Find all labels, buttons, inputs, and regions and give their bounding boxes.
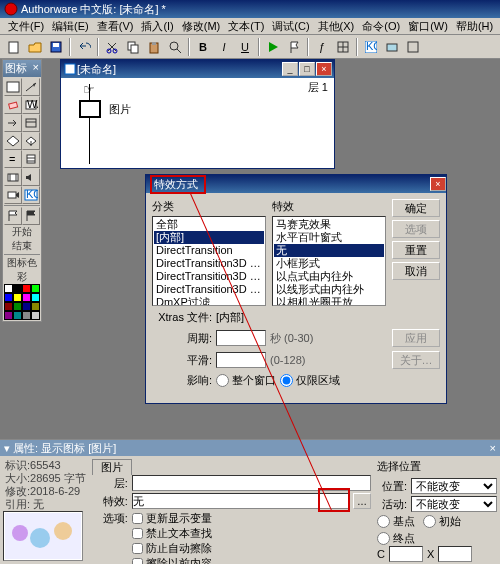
tb-misc2[interactable] [403,37,423,57]
maximize-button[interactable]: □ [299,62,315,76]
wait-icon[interactable]: WAIT [22,96,40,114]
apply-button[interactable]: 应用 [392,329,440,347]
flowline-body[interactable]: 层 1 ☞ 图片 [61,78,334,168]
toolbar: B I U ƒ KO [0,35,500,59]
decision-icon[interactable] [4,132,22,150]
color-grid[interactable] [4,284,40,320]
radio-initial[interactable] [423,515,436,528]
options-label: 选项: [92,511,128,526]
effects-titlebar[interactable]: 特效方式 × [146,175,446,193]
tb-underline[interactable]: U [235,37,255,57]
xtras-label: Xtras 文件: [152,310,212,325]
menu-other[interactable]: 其他(X) [314,18,359,34]
movie-icon[interactable] [4,168,22,186]
color-label: 图标色彩 [4,256,40,284]
props-close-icon[interactable]: × [490,442,496,454]
map-icon[interactable] [22,150,40,168]
interaction-icon[interactable] [22,132,40,150]
menu-window[interactable]: 窗口(W) [404,18,452,34]
tb-find[interactable] [165,37,185,57]
flowline-titlebar[interactable]: [未命名] _ □ × [61,60,334,78]
app-titlebar: Authorware 中文版: [未命名] * [0,0,500,18]
sound-icon[interactable] [22,168,40,186]
menu-modify[interactable]: 修改(M) [178,18,225,34]
fx-browse-button[interactable]: … [353,493,371,509]
tb-italic[interactable]: I [214,37,234,57]
tb-grid[interactable] [333,37,353,57]
about-button[interactable]: 关于… [392,351,440,369]
tb-save[interactable] [46,37,66,57]
coord-x-input[interactable] [438,546,472,562]
end-label: 结束 [4,239,40,253]
ko-icon[interactable]: KO [22,186,40,204]
radio-base[interactable] [377,515,390,528]
opt-erase-previous[interactable] [132,558,143,564]
opt-no-text-search[interactable] [132,528,143,539]
flowline-window: [未命名] _ □ × 层 1 ☞ 图片 [60,59,335,169]
opt-no-auto-erase[interactable] [132,543,143,554]
minimize-button[interactable]: _ [282,62,298,76]
menu-edit[interactable]: 编辑(E) [48,18,93,34]
effect-list[interactable]: 马赛克效果 水平百叶窗式 无 小框形式 以点式由内往外 以线形式由内往外 以相机… [272,216,386,306]
motion-icon[interactable] [22,78,40,96]
icon-palette: 图标× WAIT = KO 开始 结束 图标色彩 [2,59,42,322]
flow-icon-label[interactable]: 图片 [109,102,131,117]
tb-bold[interactable]: B [193,37,213,57]
tb-cut[interactable] [102,37,122,57]
menu-view[interactable]: 查看(V) [93,18,138,34]
video-icon[interactable] [4,186,22,204]
cancel-button[interactable]: 取消 [392,262,440,280]
affect-all-radio[interactable] [216,374,229,387]
menu-text[interactable]: 文本(T) [224,18,268,34]
flow-window-icon [63,62,77,76]
properties-title: ▾ 属性: 显示图标 [图片] × [0,440,500,456]
tb-flag[interactable] [284,37,304,57]
stop-flag[interactable] [22,207,40,225]
coord-x: X [427,548,434,560]
tb-new[interactable] [4,37,24,57]
navigate-icon[interactable] [4,114,22,132]
erase-icon[interactable] [4,96,22,114]
layer-input[interactable] [132,475,371,491]
start-flag[interactable] [4,207,22,225]
opt-update-vars[interactable] [132,513,143,524]
close-button[interactable]: × [316,62,332,76]
framework-icon[interactable] [22,114,40,132]
menu-insert[interactable]: 插入(I) [137,18,177,34]
calc-icon[interactable]: = [4,150,22,168]
effects-close-button[interactable]: × [430,177,446,191]
activity-select[interactable]: 不能改变 [411,496,497,512]
tb-misc1[interactable] [382,37,402,57]
period-input[interactable] [216,330,266,346]
menu-command[interactable]: 命令(O) [358,18,404,34]
position-select[interactable]: 不能改变 [411,478,497,494]
menu-file[interactable]: 文件(F) [4,18,48,34]
svg-rect-3 [53,43,59,47]
menu-help[interactable]: 帮助(H) [452,18,497,34]
display-icon[interactable] [4,78,22,96]
tb-copy[interactable] [123,37,143,57]
category-list[interactable]: 全部 [内部] DirectTransition DirectTransitio… [152,216,266,306]
option-button[interactable]: 选项 [392,220,440,238]
reset-button[interactable]: 重置 [392,241,440,259]
affect-area-radio[interactable] [280,374,293,387]
tab-picture[interactable]: 图片 [92,459,132,475]
app-icon [4,2,18,16]
smooth-input[interactable] [216,352,266,368]
radio-end[interactable] [377,532,390,545]
tb-fn[interactable]: ƒ [312,37,332,57]
tb-undo[interactable] [74,37,94,57]
display-icon-on-flow[interactable] [79,100,101,118]
tb-open[interactable] [25,37,45,57]
menu-debug[interactable]: 调试(C) [268,18,313,34]
svg-rect-22 [27,155,35,163]
tb-ko[interactable]: KO [361,37,381,57]
tb-run[interactable] [263,37,283,57]
layer-label: 层: [92,476,128,491]
tb-paste[interactable] [144,37,164,57]
period-hint: 秒 (0-30) [270,331,313,346]
coord-c-input[interactable] [389,546,423,562]
ok-button[interactable]: 确定 [392,199,440,217]
act-label: 活动: [377,497,407,512]
palette-close-icon[interactable]: × [33,61,39,76]
